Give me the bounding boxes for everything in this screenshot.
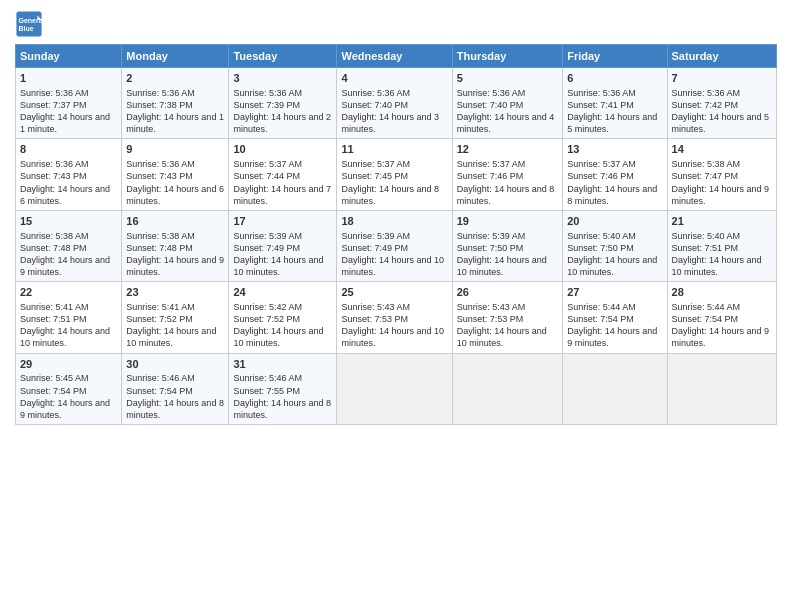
daylight-text: Daylight: 14 hours and 5 minutes. <box>672 111 772 135</box>
daylight-text: Daylight: 14 hours and 10 minutes. <box>20 325 117 349</box>
sunset-text: Sunset: 7:47 PM <box>672 170 772 182</box>
calendar-cell: 25 Sunrise: 5:43 AM Sunset: 7:53 PM Dayl… <box>337 282 452 353</box>
sunset-text: Sunset: 7:54 PM <box>126 385 224 397</box>
sunrise-text: Sunrise: 5:38 AM <box>20 230 117 242</box>
daylight-text: Daylight: 14 hours and 9 minutes. <box>126 254 224 278</box>
calendar-cell: 1 Sunrise: 5:36 AM Sunset: 7:37 PM Dayli… <box>16 68 122 139</box>
sunrise-text: Sunrise: 5:46 AM <box>126 372 224 384</box>
sunrise-text: Sunrise: 5:46 AM <box>233 372 332 384</box>
calendar-cell <box>452 353 562 424</box>
calendar-week-row: 22 Sunrise: 5:41 AM Sunset: 7:51 PM Dayl… <box>16 282 777 353</box>
sunset-text: Sunset: 7:46 PM <box>567 170 662 182</box>
day-number: 14 <box>672 142 772 157</box>
calendar-cell: 10 Sunrise: 5:37 AM Sunset: 7:44 PM Dayl… <box>229 139 337 210</box>
calendar-week-row: 8 Sunrise: 5:36 AM Sunset: 7:43 PM Dayli… <box>16 139 777 210</box>
daylight-text: Daylight: 14 hours and 9 minutes. <box>567 325 662 349</box>
day-number: 22 <box>20 285 117 300</box>
day-number: 29 <box>20 357 117 372</box>
daylight-text: Daylight: 14 hours and 2 minutes. <box>233 111 332 135</box>
sunrise-text: Sunrise: 5:36 AM <box>20 158 117 170</box>
sunset-text: Sunset: 7:38 PM <box>126 99 224 111</box>
svg-rect-0 <box>16 11 41 36</box>
calendar-cell: 12 Sunrise: 5:37 AM Sunset: 7:46 PM Dayl… <box>452 139 562 210</box>
sunset-text: Sunset: 7:40 PM <box>341 99 447 111</box>
day-number: 2 <box>126 71 224 86</box>
sunrise-text: Sunrise: 5:40 AM <box>672 230 772 242</box>
sunrise-text: Sunrise: 5:36 AM <box>20 87 117 99</box>
sunrise-text: Sunrise: 5:38 AM <box>126 230 224 242</box>
sunrise-text: Sunrise: 5:36 AM <box>126 158 224 170</box>
sunset-text: Sunset: 7:50 PM <box>457 242 558 254</box>
calendar-cell: 7 Sunrise: 5:36 AM Sunset: 7:42 PM Dayli… <box>667 68 776 139</box>
daylight-text: Daylight: 14 hours and 10 minutes. <box>457 325 558 349</box>
day-number: 1 <box>20 71 117 86</box>
sunrise-text: Sunrise: 5:41 AM <box>20 301 117 313</box>
daylight-text: Daylight: 14 hours and 4 minutes. <box>457 111 558 135</box>
sunset-text: Sunset: 7:55 PM <box>233 385 332 397</box>
sunrise-text: Sunrise: 5:36 AM <box>567 87 662 99</box>
sunset-text: Sunset: 7:51 PM <box>20 313 117 325</box>
calendar-cell: 30 Sunrise: 5:46 AM Sunset: 7:54 PM Dayl… <box>122 353 229 424</box>
daylight-text: Daylight: 14 hours and 1 minute. <box>126 111 224 135</box>
calendar-cell <box>667 353 776 424</box>
sunset-text: Sunset: 7:49 PM <box>341 242 447 254</box>
day-number: 31 <box>233 357 332 372</box>
sunrise-text: Sunrise: 5:43 AM <box>457 301 558 313</box>
sunrise-text: Sunrise: 5:36 AM <box>457 87 558 99</box>
sunrise-text: Sunrise: 5:36 AM <box>126 87 224 99</box>
sunrise-text: Sunrise: 5:45 AM <box>20 372 117 384</box>
day-number: 27 <box>567 285 662 300</box>
col-header-thursday: Thursday <box>452 45 562 68</box>
daylight-text: Daylight: 14 hours and 5 minutes. <box>567 111 662 135</box>
calendar-cell: 4 Sunrise: 5:36 AM Sunset: 7:40 PM Dayli… <box>337 68 452 139</box>
daylight-text: Daylight: 14 hours and 10 minutes. <box>341 254 447 278</box>
daylight-text: Daylight: 14 hours and 10 minutes. <box>341 325 447 349</box>
header-row: SundayMondayTuesdayWednesdayThursdayFrid… <box>16 45 777 68</box>
sunset-text: Sunset: 7:51 PM <box>672 242 772 254</box>
sunrise-text: Sunrise: 5:38 AM <box>672 158 772 170</box>
calendar-cell: 27 Sunrise: 5:44 AM Sunset: 7:54 PM Dayl… <box>563 282 667 353</box>
calendar-cell: 23 Sunrise: 5:41 AM Sunset: 7:52 PM Dayl… <box>122 282 229 353</box>
day-number: 28 <box>672 285 772 300</box>
calendar-cell: 8 Sunrise: 5:36 AM Sunset: 7:43 PM Dayli… <box>16 139 122 210</box>
sunset-text: Sunset: 7:39 PM <box>233 99 332 111</box>
sunset-text: Sunset: 7:52 PM <box>126 313 224 325</box>
sunrise-text: Sunrise: 5:37 AM <box>233 158 332 170</box>
daylight-text: Daylight: 14 hours and 8 minutes. <box>341 183 447 207</box>
calendar-cell: 20 Sunrise: 5:40 AM Sunset: 7:50 PM Dayl… <box>563 210 667 281</box>
daylight-text: Daylight: 14 hours and 7 minutes. <box>233 183 332 207</box>
sunset-text: Sunset: 7:43 PM <box>20 170 117 182</box>
daylight-text: Daylight: 14 hours and 9 minutes. <box>20 254 117 278</box>
sunrise-text: Sunrise: 5:44 AM <box>672 301 772 313</box>
col-header-saturday: Saturday <box>667 45 776 68</box>
calendar-table: SundayMondayTuesdayWednesdayThursdayFrid… <box>15 44 777 425</box>
daylight-text: Daylight: 14 hours and 3 minutes. <box>341 111 447 135</box>
sunset-text: Sunset: 7:53 PM <box>341 313 447 325</box>
daylight-text: Daylight: 14 hours and 6 minutes. <box>126 183 224 207</box>
calendar-cell: 15 Sunrise: 5:38 AM Sunset: 7:48 PM Dayl… <box>16 210 122 281</box>
page: General Blue SundayMondayTuesdayWednesda… <box>0 0 792 612</box>
col-header-tuesday: Tuesday <box>229 45 337 68</box>
sunset-text: Sunset: 7:54 PM <box>20 385 117 397</box>
col-header-sunday: Sunday <box>16 45 122 68</box>
day-number: 17 <box>233 214 332 229</box>
calendar-week-row: 29 Sunrise: 5:45 AM Sunset: 7:54 PM Dayl… <box>16 353 777 424</box>
calendar-cell <box>337 353 452 424</box>
daylight-text: Daylight: 14 hours and 8 minutes. <box>567 183 662 207</box>
calendar-cell: 18 Sunrise: 5:39 AM Sunset: 7:49 PM Dayl… <box>337 210 452 281</box>
sunrise-text: Sunrise: 5:42 AM <box>233 301 332 313</box>
day-number: 9 <box>126 142 224 157</box>
sunset-text: Sunset: 7:41 PM <box>567 99 662 111</box>
sunset-text: Sunset: 7:54 PM <box>567 313 662 325</box>
sunset-text: Sunset: 7:44 PM <box>233 170 332 182</box>
calendar-cell: 17 Sunrise: 5:39 AM Sunset: 7:49 PM Dayl… <box>229 210 337 281</box>
sunset-text: Sunset: 7:40 PM <box>457 99 558 111</box>
calendar-week-row: 15 Sunrise: 5:38 AM Sunset: 7:48 PM Dayl… <box>16 210 777 281</box>
calendar-cell: 16 Sunrise: 5:38 AM Sunset: 7:48 PM Dayl… <box>122 210 229 281</box>
calendar-week-row: 1 Sunrise: 5:36 AM Sunset: 7:37 PM Dayli… <box>16 68 777 139</box>
sunrise-text: Sunrise: 5:39 AM <box>341 230 447 242</box>
day-number: 3 <box>233 71 332 86</box>
day-number: 5 <box>457 71 558 86</box>
daylight-text: Daylight: 14 hours and 10 minutes. <box>126 325 224 349</box>
daylight-text: Daylight: 14 hours and 9 minutes. <box>672 183 772 207</box>
